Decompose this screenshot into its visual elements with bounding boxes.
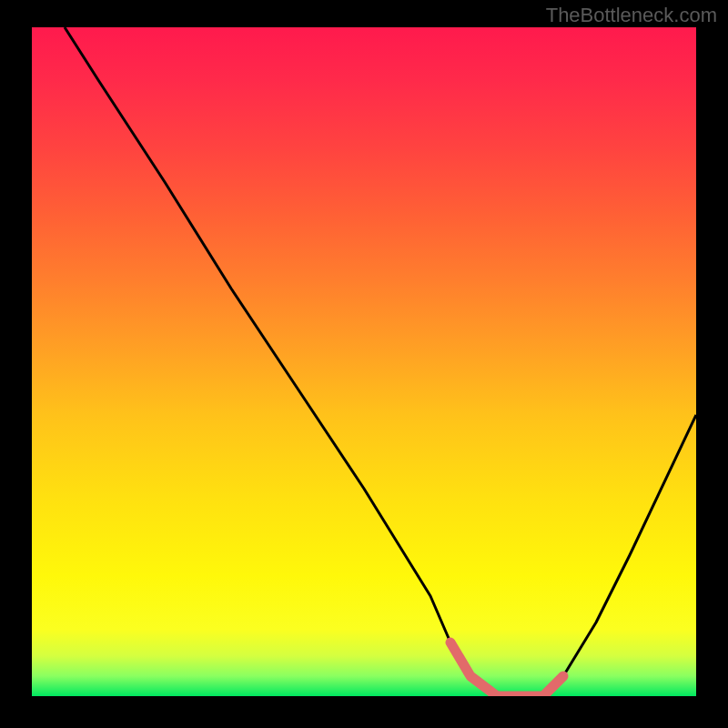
chart-plot-area <box>32 27 696 696</box>
highlight-segment-path <box>450 642 563 696</box>
bottleneck-curve-path <box>65 27 696 696</box>
chart-svg <box>32 27 696 696</box>
watermark-text: TheBottleneck.com <box>546 4 717 27</box>
